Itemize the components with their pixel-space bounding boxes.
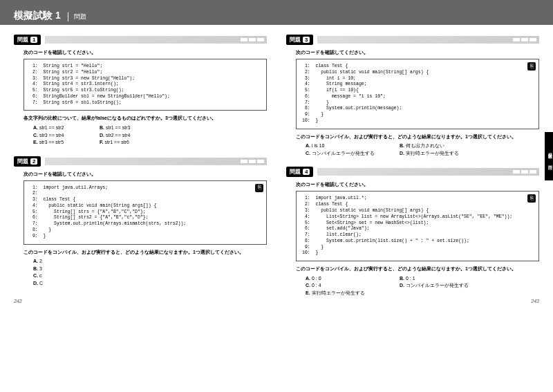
q4-options: A.0 : 0B.0 : 1 C.0 : 4D.コンパイルエラーが発生する E.… bbox=[306, 275, 539, 297]
q2-bar bbox=[45, 158, 267, 165]
q1-question: 各文字列の比較について、結果がfalseになるものはどれですか。3つ選択してくだ… bbox=[24, 115, 267, 122]
q3-bar bbox=[317, 36, 539, 44]
copy-icon[interactable]: ⎘ bbox=[527, 194, 536, 203]
q2-header: 問題 2 bbox=[14, 156, 267, 167]
q2-label: 問題 bbox=[17, 158, 28, 165]
copy-icon[interactable]: ⎘ bbox=[255, 184, 263, 192]
q3-badge: 問題 3 bbox=[286, 35, 313, 45]
q3-num: 3 bbox=[303, 37, 310, 43]
q2-instruction: 次のコードを確認してください。 bbox=[24, 171, 267, 178]
header-title: 模擬試験 1 bbox=[14, 10, 61, 22]
q1-instruction: 次のコードを確認してください。 bbox=[24, 49, 267, 56]
q1-badge: 問題 1 bbox=[14, 35, 41, 45]
page-spread: 問題 1 次のコードを確認してください。 1: String str1 = "H… bbox=[0, 25, 553, 304]
q3-header: 問題 3 bbox=[286, 35, 539, 45]
q3-label: 問題 bbox=[290, 36, 301, 44]
q4-num: 4 bbox=[303, 169, 310, 175]
left-page-num: 242 bbox=[14, 299, 22, 304]
top-band bbox=[0, 0, 553, 7]
q3-options: A.i is 10B.何も出力されない C.コンパイルエラーが発生するD.実行時… bbox=[306, 142, 539, 157]
q2-options: A.2 B.3 C.c D.C bbox=[33, 258, 267, 287]
q4-instruction: 次のコードを確認してください。 bbox=[296, 181, 539, 188]
q2-question: このコードをコンパイル、および実行すると、どのような結果になりますか。1つ選択し… bbox=[24, 249, 267, 256]
q3-question: このコードをコンパイル、および実行すると、どのような結果になりますか。1つ選択し… bbox=[296, 133, 539, 140]
q1-code: 1: String str1 = "Hello"; 2: String str2… bbox=[24, 59, 267, 111]
side-tab: 模擬試験１ 問題 bbox=[545, 132, 553, 180]
left-page: 問題 1 次のコードを確認してください。 1: String str1 = "H… bbox=[0, 25, 276, 304]
q1-header: 問題 1 bbox=[14, 35, 267, 45]
copy-icon[interactable]: ⎘ bbox=[527, 62, 536, 71]
q1-options: A.str1 == str2B.str1 == str3 C.str3 == s… bbox=[33, 124, 267, 147]
q3-code: ⎘ 1: class Test { 2: public static void … bbox=[296, 59, 539, 129]
q1-label: 問題 bbox=[17, 36, 28, 44]
q2-badge: 問題 2 bbox=[14, 156, 41, 167]
right-page: 問題 3 次のコードを確認してください。 ⎘ 1: class Test { 2… bbox=[276, 25, 553, 304]
q2-num: 2 bbox=[30, 158, 37, 165]
q4-question: このコードをコンパイル、および実行すると、どのような結果になりますか。1つ選択し… bbox=[296, 265, 539, 272]
q2-code: ⎘ 1: import java.util.Arrays; 2: 3: clas… bbox=[24, 180, 267, 245]
q4-header: 問題 4 bbox=[286, 167, 539, 177]
q1-bar bbox=[45, 36, 267, 44]
q4-code: ⎘ 1: import java.util.*; 2: class Test {… bbox=[296, 191, 539, 261]
q4-badge: 問題 4 bbox=[286, 167, 313, 177]
page-header: 模擬試験 1 問題 bbox=[0, 7, 553, 25]
q4-label: 問題 bbox=[290, 168, 301, 176]
header-sub: 問題 bbox=[68, 12, 86, 21]
q3-instruction: 次のコードを確認してください。 bbox=[296, 49, 539, 56]
right-page-num: 243 bbox=[531, 299, 539, 304]
q4-bar bbox=[317, 168, 539, 176]
q1-num: 1 bbox=[30, 37, 37, 43]
